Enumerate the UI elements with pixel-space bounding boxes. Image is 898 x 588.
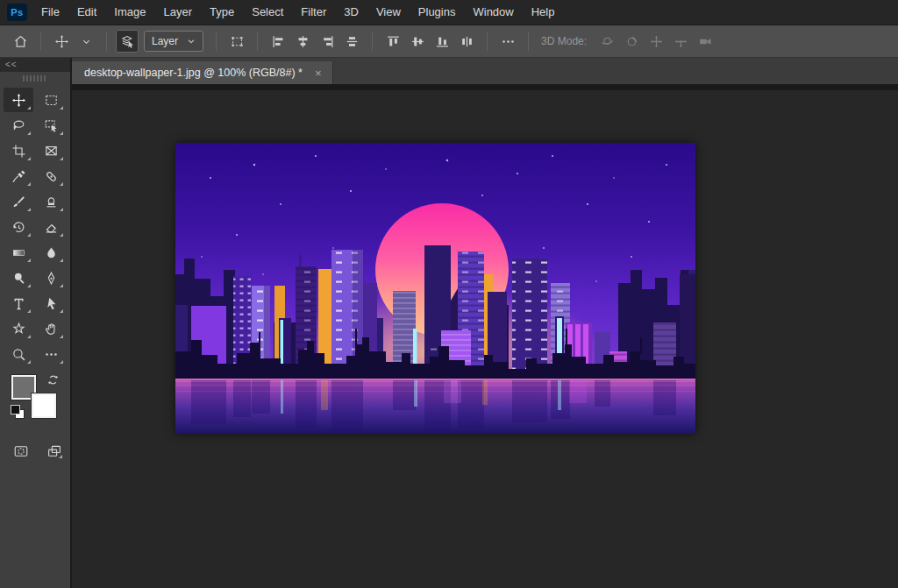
menu-item-edit[interactable]: Edit <box>68 0 105 25</box>
transform-controls-icon[interactable] <box>225 30 248 53</box>
brush-tool[interactable] <box>4 189 33 214</box>
canvas-work-area[interactable] <box>72 90 898 588</box>
crop-tool-icon <box>11 144 26 159</box>
blur-tool[interactable] <box>36 240 66 265</box>
separator <box>372 32 373 51</box>
zoom-tool[interactable] <box>4 342 33 366</box>
quick-mask-mode-button[interactable] <box>11 442 32 461</box>
photoshop-logo: Ps <box>7 4 27 21</box>
3d-camera-icon[interactable] <box>694 30 716 53</box>
color-swatches <box>0 373 70 428</box>
gradient-tool[interactable] <box>4 240 33 265</box>
menu-item-window[interactable]: Window <box>464 0 522 25</box>
shape-tool-icon <box>11 322 26 337</box>
type-tool[interactable] <box>4 291 33 315</box>
3d-roll-icon[interactable] <box>620 30 643 53</box>
swap-colors-icon[interactable] <box>46 373 60 386</box>
menu-bar: Ps FileEditImageLayerTypeSelectFilter3DV… <box>0 0 898 25</box>
align-middle-vertical-icon[interactable] <box>406 30 429 53</box>
lasso-tool[interactable] <box>4 113 33 138</box>
marquee-tool-icon <box>44 93 59 108</box>
move-icon[interactable] <box>50 30 73 53</box>
menu-item-type[interactable]: Type <box>201 0 243 25</box>
clone-stamp-tool[interactable] <box>36 189 66 214</box>
layer-select-dropdown[interactable]: Layer <box>144 31 203 52</box>
brush-tool-icon <box>11 195 26 209</box>
move-tool-icon <box>11 93 26 108</box>
canvas-image[interactable] <box>175 143 695 434</box>
frame-tool-icon <box>44 144 59 159</box>
gradient-tool-icon <box>11 245 26 260</box>
3d-pan-icon[interactable] <box>645 30 667 53</box>
pen-tool-icon <box>44 271 59 286</box>
healing-brush-tool-icon <box>44 169 59 184</box>
menu-item-select[interactable]: Select <box>243 0 292 25</box>
healing-brush-tool[interactable] <box>36 164 66 188</box>
collapse-panel-button[interactable]: << <box>0 58 70 72</box>
align-right-icon[interactable] <box>316 30 339 53</box>
menu-item-layer[interactable]: Layer <box>155 0 202 25</box>
options-bar: Layer <box>0 25 898 58</box>
layer-select-value: Layer <box>152 35 178 47</box>
move-tool[interactable] <box>4 88 33 112</box>
blur-tool-icon <box>44 245 59 260</box>
menu-item-file[interactable]: File <box>32 0 68 25</box>
clone-stamp-tool-icon <box>44 195 59 209</box>
more-tools[interactable] <box>36 342 66 366</box>
panel-grip[interactable] <box>0 72 70 84</box>
menu-item-view[interactable]: View <box>367 0 410 25</box>
eyedropper-tool[interactable] <box>4 164 33 188</box>
eraser-tool-icon <box>44 220 59 235</box>
chevron-down-icon <box>187 37 196 46</box>
separator <box>257 32 258 51</box>
more-options-icon[interactable] <box>496 30 519 53</box>
menu-item-filter[interactable]: Filter <box>292 0 335 25</box>
tools-panel: << <box>0 58 72 588</box>
menu-item-plugins[interactable]: Plugins <box>410 0 465 25</box>
auto-select-layers-icon[interactable] <box>116 30 139 53</box>
document-tab[interactable]: desktop-wallpaper-1.jpg @ 100% (RGB/8#) … <box>72 61 333 84</box>
home-icon[interactable] <box>9 30 32 53</box>
align-top-icon[interactable] <box>381 30 404 53</box>
path-selection-tool[interactable] <box>36 291 66 315</box>
separator <box>487 32 488 51</box>
align-left-icon[interactable] <box>267 30 289 53</box>
menu-items: FileEditImageLayerTypeSelectFilter3DView… <box>32 0 563 25</box>
menu-item-image[interactable]: Image <box>105 0 154 25</box>
align-bottom-icon[interactable] <box>431 30 453 53</box>
screen-mode-button[interactable] <box>44 442 65 461</box>
crop-tool[interactable] <box>4 138 33 163</box>
frame-tool[interactable] <box>36 138 66 163</box>
wallpaper-artwork <box>175 143 695 434</box>
hand-tool[interactable] <box>36 316 66 341</box>
close-tab-icon[interactable]: × <box>313 67 324 80</box>
zoom-tool-icon <box>11 347 26 362</box>
path-selection-tool-icon <box>44 296 59 311</box>
separator <box>528 32 529 51</box>
history-brush-tool[interactable] <box>4 215 33 239</box>
object-selection-tool[interactable] <box>36 113 66 138</box>
type-tool-icon <box>11 296 26 311</box>
separator <box>216 32 217 51</box>
align-center-horizontal-icon[interactable] <box>291 30 314 53</box>
object-selection-tool-icon <box>44 118 59 133</box>
photoshop-window: Ps FileEditImageLayerTypeSelectFilter3DV… <box>0 0 898 588</box>
distribute-vertical-centers-icon[interactable] <box>340 30 363 53</box>
distribute-horizontal-centers-icon[interactable] <box>455 30 478 53</box>
menu-item-help[interactable]: Help <box>523 0 564 25</box>
default-colors-icon[interactable] <box>11 405 25 419</box>
3d-orbit-icon[interactable] <box>595 30 618 53</box>
background-color-swatch[interactable] <box>32 393 56 418</box>
dodge-tool-icon <box>11 271 26 286</box>
chevron-down-icon[interactable] <box>75 30 97 53</box>
3d-slide-icon[interactable] <box>669 30 692 53</box>
eyedropper-tool-icon <box>11 169 26 184</box>
dodge-tool[interactable] <box>4 266 33 290</box>
eraser-tool[interactable] <box>36 215 66 239</box>
marquee-tool[interactable] <box>36 88 66 112</box>
menu-item-3d[interactable]: 3D <box>335 0 367 25</box>
document-tab-bar: desktop-wallpaper-1.jpg @ 100% (RGB/8#) … <box>72 58 898 84</box>
shape-tool[interactable] <box>4 316 33 341</box>
pen-tool[interactable] <box>36 266 66 290</box>
separator <box>40 32 41 51</box>
